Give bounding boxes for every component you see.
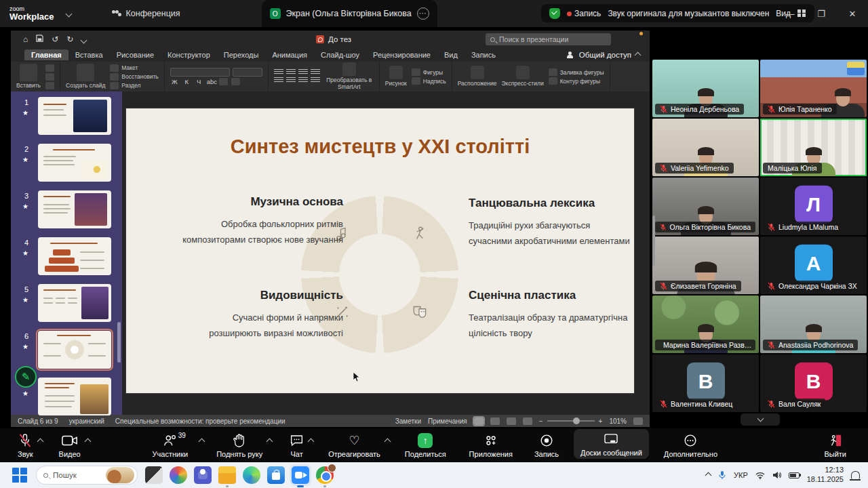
participant-tile[interactable]: А Олександра Чаркіна ЗХ xyxy=(760,237,867,294)
participant-tile[interactable]: Єлизавета Горяніна xyxy=(652,237,759,294)
participant-tile[interactable]: Марина Валеріївна Разв… xyxy=(652,296,759,353)
security-shield-icon[interactable] xyxy=(549,8,560,19)
leave-button[interactable]: Выйти xyxy=(817,433,853,458)
zoom-level[interactable]: 101% xyxy=(609,418,627,425)
strikethrough-button[interactable]: abc xyxy=(207,78,216,85)
undo-icon[interactable]: ↺ xyxy=(52,35,58,44)
participant-tile-active-speaker[interactable]: Маліцька Юлія xyxy=(760,119,867,176)
notification-bell-icon[interactable] xyxy=(851,471,860,479)
slide-thumb-2[interactable]: 2 xyxy=(11,144,122,184)
participant-tile[interactable]: Л Liudmyla LMaluma xyxy=(760,178,867,235)
chrome-icon[interactable] xyxy=(316,466,334,484)
clock[interactable]: 12:13 18.11.2025 xyxy=(807,466,844,485)
react-button[interactable]: ♡ Отреагировать xyxy=(321,433,387,458)
comments-toggle[interactable]: Примечания xyxy=(428,418,467,425)
wifi-icon[interactable] xyxy=(755,472,765,479)
home-icon[interactable]: ⌂ xyxy=(23,35,28,44)
file-explorer-icon[interactable] xyxy=(218,466,236,484)
redo-icon[interactable]: ↻ xyxy=(66,35,73,44)
close-button[interactable]: ✕ xyxy=(837,9,868,19)
highlight-button[interactable] xyxy=(219,78,228,85)
edge-icon[interactable] xyxy=(243,466,260,484)
taskbar-search[interactable]: Пошук xyxy=(36,466,138,485)
shape-fill-button[interactable]: Заливка фигуры xyxy=(549,68,604,76)
slide-sorter-icon[interactable] xyxy=(490,418,500,425)
copilot-icon[interactable] xyxy=(170,466,187,484)
video-button[interactable]: Видео xyxy=(52,433,87,458)
italic-button[interactable]: К xyxy=(182,78,191,85)
notes-toggle[interactable]: Заметки xyxy=(395,418,421,425)
bullets-button[interactable] xyxy=(274,69,283,76)
raise-hand-button[interactable]: Поднять руку xyxy=(210,433,269,458)
microsoft-store-icon[interactable] xyxy=(267,466,285,484)
reading-view-icon[interactable] xyxy=(507,418,516,425)
justify-button[interactable] xyxy=(311,77,320,84)
record-button[interactable]: Запись xyxy=(528,433,566,458)
shape-outline-button[interactable]: Контур фигуры xyxy=(549,77,604,85)
search-input[interactable]: Поиск в презентации xyxy=(486,33,611,45)
minimize-button[interactable]: — xyxy=(774,9,806,19)
align-right-button[interactable] xyxy=(298,77,308,84)
tab-animations[interactable]: Анимация xyxy=(265,49,314,60)
normal-view-icon[interactable] xyxy=(474,418,484,425)
layout-button[interactable]: Макет xyxy=(110,64,158,72)
fit-to-window-icon[interactable] xyxy=(633,418,643,425)
paste-button[interactable]: Вставить xyxy=(16,64,41,89)
align-center-button[interactable] xyxy=(286,77,296,84)
spacing-button[interactable] xyxy=(311,69,320,76)
slide-thumb-4[interactable]: 4 xyxy=(11,237,122,278)
copy-icon[interactable] xyxy=(45,73,54,81)
tab-record[interactable]: Запись xyxy=(465,49,502,60)
indent-button[interactable] xyxy=(298,69,308,76)
tab-transitions[interactable]: Переходы xyxy=(217,49,266,60)
participants-scrollbar[interactable] xyxy=(652,216,655,266)
battery-icon[interactable] xyxy=(789,472,800,479)
share-screen-button[interactable]: ↑ Поделиться xyxy=(398,433,453,458)
zoom-slider[interactable]: −+ xyxy=(539,418,603,425)
participant-tile[interactable]: Ольга Вікторівна Бикова xyxy=(652,178,759,235)
slideshow-icon[interactable] xyxy=(523,418,532,425)
original-sound-status[interactable]: Звук оригинала для музыкантов выключен xyxy=(608,9,769,18)
tab-insert[interactable]: Вставка xyxy=(68,49,110,60)
teams-icon[interactable] xyxy=(194,466,212,484)
audio-button[interactable]: Звук xyxy=(11,433,40,458)
participant-tile[interactable]: Valeriia Yefimenko xyxy=(652,119,759,176)
slide-thumb-3[interactable]: 3 xyxy=(11,190,122,231)
more-button[interactable]: Дополнительно xyxy=(657,433,724,458)
tab-meeting[interactable]: Конференция xyxy=(112,9,180,18)
slide-thumb-1[interactable]: 1 xyxy=(11,97,122,138)
slide-canvas[interactable]: Синтез мистецтв у XXI столітті xyxy=(126,108,634,393)
apps-button[interactable]: Приложения xyxy=(462,433,519,458)
tab-design[interactable]: Конструктор xyxy=(161,49,217,60)
save-icon[interactable] xyxy=(36,35,43,44)
shapes-button[interactable]: Фигуры xyxy=(412,68,446,76)
font-size-combo[interactable] xyxy=(233,68,262,77)
account-avatar[interactable] xyxy=(631,33,642,43)
smartart-button[interactable]: Преобразовать в SmartArt xyxy=(325,62,374,91)
zoom-app-icon[interactable] xyxy=(292,466,309,484)
chevron-down-icon[interactable] xyxy=(65,10,72,17)
arrange-button[interactable]: Расположение xyxy=(458,66,497,87)
bold-button[interactable]: Ж xyxy=(170,78,179,85)
format-painter-icon[interactable] xyxy=(45,82,54,89)
align-left-button[interactable] xyxy=(274,77,283,84)
cut-icon[interactable] xyxy=(45,64,54,72)
customize-qat-icon[interactable] xyxy=(81,37,87,44)
reset-button[interactable]: Восстановить xyxy=(110,73,158,81)
participant-tile[interactable]: В Валентина Кливец xyxy=(652,354,759,412)
new-slide-button[interactable]: Создать слайд xyxy=(66,64,105,89)
recording-indicator[interactable]: Запись xyxy=(567,9,601,18)
numbering-button[interactable] xyxy=(286,69,296,76)
active-mic-tray-icon[interactable] xyxy=(718,470,726,480)
tab-home[interactable]: Главная xyxy=(24,49,68,60)
more-participants-button[interactable] xyxy=(741,413,780,426)
language-indicator[interactable]: УКР xyxy=(734,471,748,479)
section-button[interactable]: Раздел xyxy=(110,82,158,89)
underline-button[interactable]: Ч xyxy=(195,78,203,85)
tab-review[interactable]: Рецензирование xyxy=(366,49,437,60)
textbox-button[interactable]: Надпись xyxy=(412,77,446,85)
volume-icon[interactable] xyxy=(772,471,781,479)
participant-tile[interactable]: В Валя Сауляк xyxy=(760,354,867,412)
accessibility-checker[interactable]: Специальные возможности: проверьте реком… xyxy=(115,418,285,425)
tab-options-icon[interactable]: ⋯ xyxy=(417,7,429,20)
